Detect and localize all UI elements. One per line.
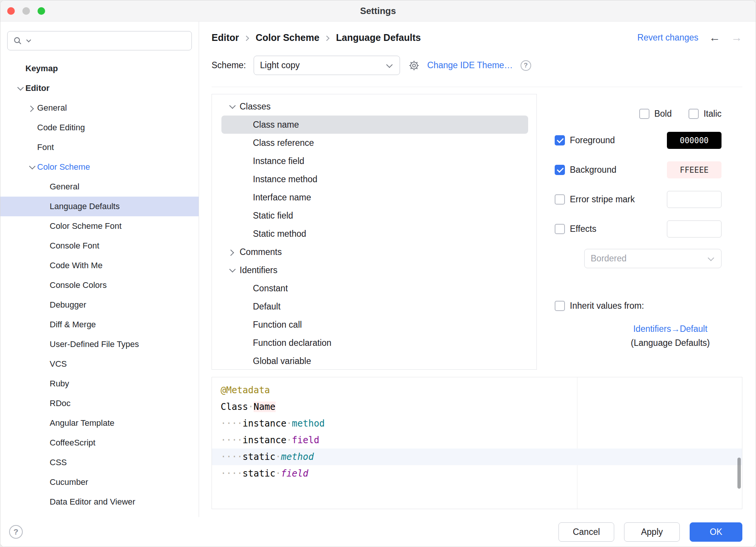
sidebar-item-diff-merge[interactable]: Diff & Merge bbox=[0, 315, 199, 334]
background-swatch[interactable]: FFEEEE bbox=[667, 161, 721, 178]
theme-help-icon[interactable]: ? bbox=[521, 60, 531, 71]
preview-code-line: Class·Name bbox=[212, 399, 742, 415]
inherit-source-link[interactable]: Identifiers→Default bbox=[633, 323, 707, 335]
chevron-spacer bbox=[38, 477, 50, 488]
foreground-swatch[interactable]: 000000 bbox=[667, 132, 721, 149]
attribute-item-interface-name[interactable]: Interface name bbox=[221, 188, 528, 206]
attribute-item-constant[interactable]: Constant bbox=[221, 279, 528, 297]
attribute-item-function-declaration[interactable]: Function declaration bbox=[221, 334, 528, 352]
background-checkbox[interactable] bbox=[555, 165, 565, 175]
chevron-right-icon[interactable] bbox=[226, 246, 237, 258]
breadcrumb-color-scheme[interactable]: Color Scheme bbox=[256, 32, 319, 43]
effects-row: Effects bbox=[555, 220, 721, 238]
attribute-item-static-field[interactable]: Static field bbox=[221, 206, 528, 225]
zoom-window-button[interactable] bbox=[38, 7, 45, 15]
sidebar-item-user-defined-file-types[interactable]: User-Defined File Types bbox=[0, 334, 199, 354]
settings-search-input[interactable] bbox=[33, 36, 187, 46]
error-stripe-mark-swatch[interactable] bbox=[667, 191, 721, 208]
scheme-settings-gear-icon[interactable] bbox=[408, 60, 420, 71]
error-stripe-mark-checkbox[interactable] bbox=[555, 194, 565, 205]
sidebar-item-rdoc[interactable]: RDoc bbox=[0, 394, 199, 413]
cancel-button[interactable]: Cancel bbox=[558, 522, 614, 542]
sidebar-item-console-colors[interactable]: Console Colors bbox=[0, 275, 199, 295]
sidebar-item-color-scheme-font[interactable]: Color Scheme Font bbox=[0, 216, 199, 236]
italic-option[interactable]: Italic bbox=[689, 109, 721, 119]
sidebar-item-css[interactable]: CSS bbox=[0, 453, 199, 472]
breadcrumb-language-defaults[interactable]: Language Defaults bbox=[336, 32, 421, 43]
scheme-select[interactable]: Light copy bbox=[254, 56, 400, 75]
attribute-item-instance-method[interactable]: Instance method bbox=[221, 170, 528, 188]
sidebar-item-vcs[interactable]: VCS bbox=[0, 354, 199, 374]
code-token: instance bbox=[243, 435, 287, 445]
sidebar-item-editor[interactable]: Editor bbox=[0, 78, 199, 98]
chevron-down-icon[interactable] bbox=[26, 161, 37, 173]
sidebar-item-color-scheme[interactable]: Color Scheme bbox=[0, 157, 199, 177]
background-label: Background bbox=[570, 165, 616, 175]
sidebar-item-ruby[interactable]: Ruby bbox=[0, 374, 199, 394]
attribute-item-identifiers[interactable]: Identifiers bbox=[221, 261, 528, 279]
attribute-item-label: Instance method bbox=[253, 174, 317, 184]
italic-checkbox[interactable] bbox=[689, 109, 699, 119]
search-options-chevron-icon[interactable] bbox=[24, 38, 31, 44]
sidebar-item-language-defaults[interactable]: Language Defaults bbox=[0, 197, 199, 216]
sidebar-item-coffeescript[interactable]: CoffeeScript bbox=[0, 433, 199, 453]
inherit-source-block: Identifiers→Default (Language Defaults) bbox=[555, 323, 721, 349]
chevron-right-icon[interactable] bbox=[26, 102, 37, 114]
ok-button[interactable]: OK bbox=[690, 522, 742, 542]
sidebar-item-font[interactable]: Font bbox=[0, 138, 199, 157]
revert-changes-link[interactable]: Revert changes bbox=[637, 33, 698, 43]
change-ide-theme-link[interactable]: Change IDE Theme… bbox=[427, 60, 513, 70]
sidebar-item-debugger[interactable]: Debugger bbox=[0, 295, 199, 315]
scheme-row: Scheme: Light copy Change IDE Theme… ? bbox=[212, 53, 742, 87]
minimize-window-button[interactable] bbox=[22, 7, 30, 15]
chevron-down-icon[interactable] bbox=[226, 101, 237, 112]
attribute-item-comments[interactable]: Comments bbox=[221, 243, 528, 261]
chevron-down-icon[interactable] bbox=[226, 264, 237, 276]
effects-swatch[interactable] bbox=[667, 220, 721, 238]
sidebar-item-general[interactable]: General bbox=[0, 177, 199, 197]
breadcrumb-editor[interactable]: Editor bbox=[212, 32, 239, 43]
settings-search-box[interactable] bbox=[7, 31, 192, 50]
attribute-item-classes[interactable]: Classes bbox=[221, 97, 528, 116]
sidebar-item-data-editor-and-viewer[interactable]: Data Editor and Viewer bbox=[0, 492, 199, 512]
sidebar-item-general[interactable]: General bbox=[0, 98, 199, 118]
attribute-item-default[interactable]: Default bbox=[221, 297, 528, 316]
effects-checkbox[interactable] bbox=[555, 224, 565, 234]
sidebar-item-code-with-me[interactable]: Code With Me bbox=[0, 256, 199, 275]
effects-type-select[interactable]: Bordered bbox=[584, 249, 721, 268]
code-token: ···· bbox=[221, 435, 243, 445]
attribute-item-class-reference[interactable]: Class reference bbox=[221, 134, 528, 152]
attribute-item-function-call[interactable]: Function call bbox=[221, 316, 528, 334]
attribute-item-class-name[interactable]: Class name bbox=[221, 116, 528, 134]
help-button[interactable]: ? bbox=[9, 525, 23, 539]
chevron-spacer bbox=[38, 339, 50, 350]
chevron-down-icon[interactable] bbox=[14, 83, 25, 94]
attribute-item-label: Constant bbox=[253, 283, 288, 294]
effects-type-row: Bordered bbox=[555, 250, 721, 267]
code-token: Name bbox=[254, 402, 276, 412]
attribute-item-static-method[interactable]: Static method bbox=[221, 225, 528, 243]
preview-code-line: ····instance·method bbox=[212, 415, 742, 432]
foreground-checkbox[interactable] bbox=[555, 135, 565, 145]
inherit-source-context: (Language Defaults) bbox=[619, 337, 721, 349]
forward-arrow-button[interactable]: → bbox=[731, 32, 742, 43]
attribute-item-instance-field[interactable]: Instance field bbox=[221, 152, 528, 170]
bold-checkbox[interactable] bbox=[639, 109, 649, 119]
breadcrumb-separator-icon bbox=[243, 34, 251, 41]
sidebar-item-angular-template[interactable]: Angular Template bbox=[0, 413, 199, 433]
sidebar-item-label: Diff & Merge bbox=[50, 320, 96, 330]
close-window-button[interactable] bbox=[7, 7, 15, 15]
back-arrow-button[interactable]: ← bbox=[709, 32, 720, 43]
sidebar-item-label: User-Defined File Types bbox=[50, 339, 139, 349]
sidebar-item-keymap[interactable]: Keymap bbox=[0, 59, 199, 78]
apply-button[interactable]: Apply bbox=[624, 522, 680, 542]
sidebar-item-code-editing[interactable]: Code Editing bbox=[0, 118, 199, 138]
code-token: · bbox=[286, 435, 292, 445]
preview-scrollbar[interactable] bbox=[737, 458, 741, 489]
bold-option[interactable]: Bold bbox=[639, 109, 672, 119]
inherit-values-checkbox[interactable] bbox=[555, 301, 565, 311]
sidebar-item-console-font[interactable]: Console Font bbox=[0, 236, 199, 256]
attribute-item-global-variable[interactable]: Global variable bbox=[221, 352, 528, 370]
sidebar-item-cucumber[interactable]: Cucumber bbox=[0, 472, 199, 492]
code-token: · bbox=[276, 452, 281, 462]
